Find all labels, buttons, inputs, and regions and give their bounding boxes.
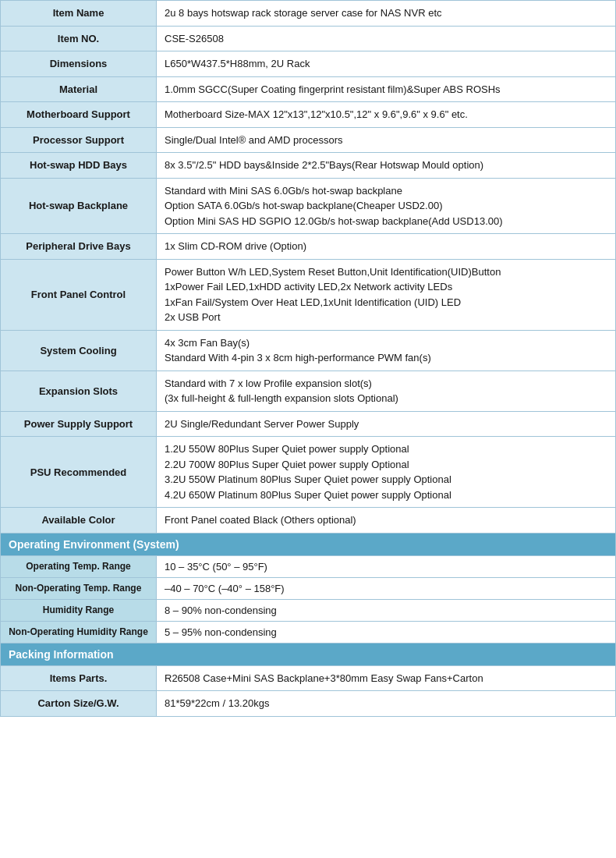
row-label: Item Name	[1, 1, 157, 27]
table-row: Expansion SlotsStandard with 7 x low Pro…	[1, 370, 616, 411]
row-label: Front Panel Control	[1, 259, 157, 330]
row-label: PSU Recommended	[1, 437, 157, 508]
row-label: Power Supply Support	[1, 411, 157, 437]
table-row: Peripheral Drive Bays1x Slim CD-ROM driv…	[1, 234, 616, 260]
spec-table: Item Name2u 8 bays hotswap rack storage …	[0, 0, 616, 717]
row-value: 1.0mm SGCC(Super Coating fingerprint res…	[157, 76, 616, 102]
row-value: Standard with 7 x low Profile expansion …	[157, 370, 616, 411]
row-value: R26508 Case+Mini SAS Backplane+3*80mm Ea…	[157, 665, 616, 691]
row-label: Available Color	[1, 508, 157, 534]
table-row: PSU Recommended1.2U 550W 80Plus Super Qu…	[1, 437, 616, 508]
section-header-operating: Operating Environment (System)	[1, 533, 616, 555]
row-label: Motherboard Support	[1, 102, 157, 128]
table-row: Humidity Range8 – 90% non-condensing	[1, 599, 616, 621]
table-row: Items Parts.R26508 Case+Mini SAS Backpla…	[1, 665, 616, 691]
row-value: Standard with Mini SAS 6.0Gb/s hot-swap …	[157, 178, 616, 234]
table-row: DimensionsL650*W437.5*H88mm, 2U Rack	[1, 51, 616, 77]
table-row: Front Panel ControlPower Button W/h LED,…	[1, 259, 616, 330]
row-value: 10 – 35°C (50° – 95°F)	[157, 555, 616, 577]
row-value: 5 – 95% non-condensing	[157, 621, 616, 643]
section-header-packing: Packing Information	[1, 643, 616, 665]
table-row: Hot-swap BackplaneStandard with Mini SAS…	[1, 178, 616, 234]
table-row: Non-Operating Temp. Range–40 – 70°C (–40…	[1, 577, 616, 599]
row-label: Material	[1, 76, 157, 102]
row-value: Power Button W/h LED,System Reset Button…	[157, 259, 616, 330]
table-row: Available ColorFront Panel coated Black …	[1, 508, 616, 534]
row-label: Carton Size/G.W.	[1, 691, 157, 717]
section-header-label: Packing Information	[1, 643, 616, 665]
row-value: 81*59*22cm / 13.20kgs	[157, 691, 616, 717]
row-value: 8 – 90% non-condensing	[157, 599, 616, 621]
row-value: 1.2U 550W 80Plus Super Quiet power suppl…	[157, 437, 616, 508]
table-row: System Cooling4x 3cm Fan Bay(s)Standard …	[1, 330, 616, 370]
row-value: 8x 3.5"/2.5" HDD bays&Inside 2*2.5"Bays(…	[157, 153, 616, 179]
row-label: Item NO.	[1, 26, 157, 51]
row-value: L650*W437.5*H88mm, 2U Rack	[157, 51, 616, 77]
table-row: Item NO.CSE-S26508	[1, 26, 616, 51]
row-label: Items Parts.	[1, 665, 157, 691]
row-label: Operating Temp. Range	[1, 555, 157, 577]
row-value: 1x Slim CD-ROM drive (Option)	[157, 234, 616, 260]
section-header-label: Operating Environment (System)	[1, 533, 616, 555]
row-label: Processor Support	[1, 127, 157, 153]
row-label: Peripheral Drive Bays	[1, 234, 157, 260]
row-label: Non-Operating Humidity Range	[1, 621, 157, 643]
row-value: Single/Dual Intel® and AMD processors	[157, 127, 616, 153]
row-label: Hot-swap HDD Bays	[1, 153, 157, 179]
table-row: Operating Temp. Range10 – 35°C (50° – 95…	[1, 555, 616, 577]
table-row: Hot-swap HDD Bays8x 3.5"/2.5" HDD bays&I…	[1, 153, 616, 179]
row-value: 2U Single/Redundant Server Power Supply	[157, 411, 616, 437]
table-row: Non-Operating Humidity Range5 – 95% non-…	[1, 621, 616, 643]
row-value: CSE-S26508	[157, 26, 616, 51]
table-row: Motherboard SupportMotherboard Size-MAX …	[1, 102, 616, 128]
row-value: 4x 3cm Fan Bay(s)Standard With 4-pin 3 x…	[157, 330, 616, 370]
row-label: Expansion Slots	[1, 370, 157, 411]
row-value: Motherboard Size-MAX 12"x13",12"x10.5",1…	[157, 102, 616, 128]
row-value: –40 – 70°C (–40° – 158°F)	[157, 577, 616, 599]
row-label: Hot-swap Backplane	[1, 178, 157, 234]
table-row: Material1.0mm SGCC(Super Coating fingerp…	[1, 76, 616, 102]
row-value: 2u 8 bays hotswap rack storage server ca…	[157, 1, 616, 27]
row-label: System Cooling	[1, 330, 157, 370]
table-row: Item Name2u 8 bays hotswap rack storage …	[1, 1, 616, 27]
table-row: Carton Size/G.W.81*59*22cm / 13.20kgs	[1, 691, 616, 717]
row-label: Humidity Range	[1, 599, 157, 621]
row-label: Non-Operating Temp. Range	[1, 577, 157, 599]
table-row: Processor SupportSingle/Dual Intel® and …	[1, 127, 616, 153]
table-row: Power Supply Support2U Single/Redundant …	[1, 411, 616, 437]
row-label: Dimensions	[1, 51, 157, 77]
row-value: Front Panel coated Black (Others optiona…	[157, 508, 616, 534]
